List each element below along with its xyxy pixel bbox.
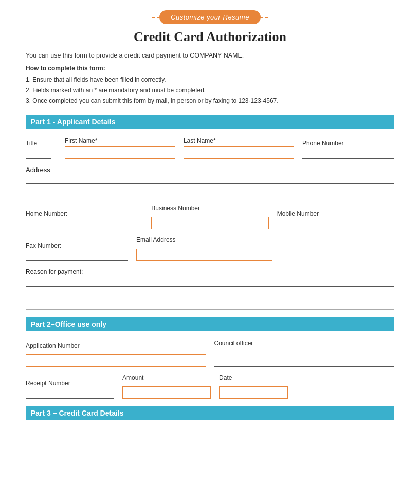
receipt-label: Receipt Number <box>26 380 114 387</box>
title-label: Title <box>26 140 57 147</box>
amount-label: Amount <box>122 374 211 381</box>
homenumber-label: Home Number: <box>26 210 143 217</box>
how-to-step3: 3. Once completed you can submit this fo… <box>26 97 279 104</box>
divider <box>26 309 394 310</box>
how-to-section: How to complete this form: 1. Ensure tha… <box>26 63 394 106</box>
intro-text: You can use this form to provide a credi… <box>26 52 394 59</box>
faxnumber-label: Fax Number: <box>26 242 128 249</box>
email-label: Email Address <box>136 236 272 244</box>
how-to-title: How to complete this form: <box>26 63 394 73</box>
address-line2 <box>26 187 394 197</box>
mobilenumber-group: Mobile Number <box>277 210 394 229</box>
reason-label: Reason for payment: <box>26 268 394 275</box>
receipt-group: Receipt Number <box>26 380 114 399</box>
customize-btn-wrap: Customize your Resume <box>26 10 394 24</box>
part1-header: Part 1 - Applicant Details <box>26 115 394 129</box>
email-group: Email Address <box>136 236 272 261</box>
part3-header: Part 3 – Credit Card Details <box>26 406 394 420</box>
numbers-row: Home Number: Business Number Mobile Numb… <box>26 204 394 229</box>
homenumber-input[interactable] <box>26 219 143 229</box>
part2-header: Part 2–Office use only <box>26 317 394 331</box>
customize-resume-button[interactable]: Customize your Resume <box>159 10 261 24</box>
reason-section: Reason for payment: <box>26 268 394 300</box>
name-row: Title First Name* Last Name* Phone Numbe… <box>26 137 394 159</box>
lastname-input[interactable] <box>184 146 294 159</box>
mobilenumber-label: Mobile Number <box>277 210 394 217</box>
how-to-step1: 1. Ensure that all fields have been fill… <box>26 76 166 83</box>
date-label: Date <box>219 374 288 381</box>
businessnumber-input[interactable] <box>151 217 268 229</box>
firstname-input[interactable] <box>65 146 175 159</box>
council-label: Council officer <box>214 340 395 347</box>
receipt-input[interactable] <box>26 389 114 399</box>
form-title: Credit Card Authorization <box>26 29 394 45</box>
firstname-group: First Name* <box>65 137 175 159</box>
phone-input[interactable] <box>302 149 394 159</box>
appnum-input[interactable] <box>26 354 206 367</box>
council-group: Council officer <box>214 340 395 367</box>
council-input[interactable] <box>214 357 395 367</box>
faxnumber-group: Fax Number: <box>26 242 128 261</box>
faxnumber-input[interactable] <box>26 251 128 261</box>
mobilenumber-input[interactable] <box>277 219 394 229</box>
firstname-label: First Name* <box>65 137 175 144</box>
date-group: Date <box>219 374 288 399</box>
how-to-step2: 2. Fields marked with an * are mandatory… <box>26 87 206 94</box>
amount-input[interactable] <box>122 386 211 399</box>
businessnumber-label: Business Number <box>151 204 268 212</box>
address-section: Address <box>26 166 394 197</box>
appnum-group: Application Number <box>26 342 206 367</box>
receipt-amount-date-row: Receipt Number Amount Date <box>26 374 394 399</box>
homenumber-group: Home Number: <box>26 210 143 229</box>
appnum-label: Application Number <box>26 342 206 349</box>
lastname-label: Last Name* <box>184 137 294 144</box>
title-input[interactable] <box>26 149 51 159</box>
address-line1 <box>26 174 394 184</box>
amount-group: Amount <box>122 374 211 399</box>
businessnumber-group: Business Number <box>151 204 268 229</box>
title-group: Title <box>26 140 57 159</box>
appnum-council-row: Application Number Council officer <box>26 340 394 367</box>
lastname-group: Last Name* <box>184 137 294 159</box>
date-input[interactable] <box>219 386 288 399</box>
email-input[interactable] <box>136 249 272 261</box>
phone-label: Phone Number <box>302 140 394 147</box>
fax-email-row: Fax Number: Email Address <box>26 236 394 261</box>
address-label: Address <box>26 166 50 174</box>
phone-group: Phone Number <box>302 140 394 159</box>
